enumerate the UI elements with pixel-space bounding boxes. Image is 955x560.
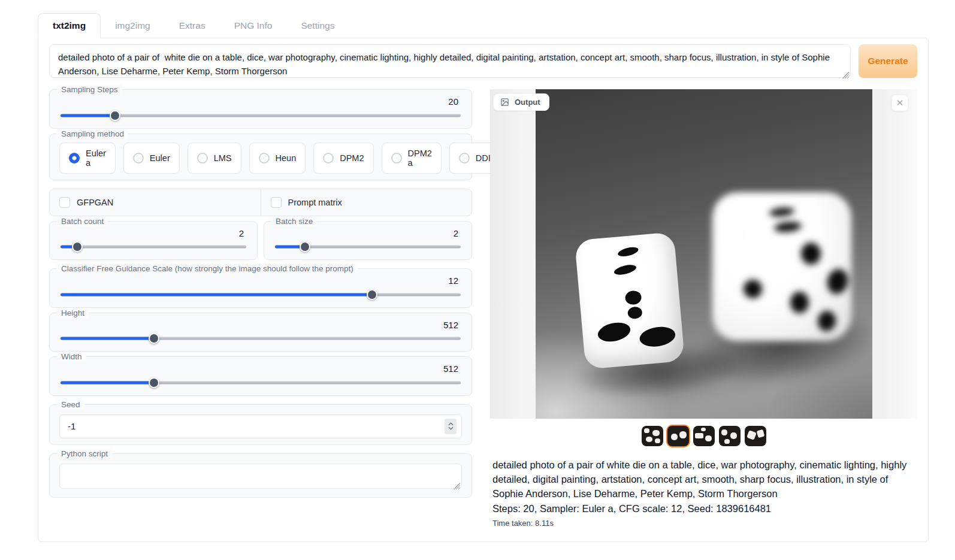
gfpgan-checkbox[interactable]: [59, 197, 70, 208]
tab-txt2img[interactable]: txt2img: [38, 13, 101, 38]
sampling-steps-value: 20: [59, 97, 462, 107]
batch-count-group: Batch count 2: [49, 221, 258, 261]
close-button[interactable]: ✕: [892, 95, 908, 111]
tab-bar: txt2img img2img Extras PNG Info Settings: [38, 12, 929, 38]
thumbnail-4[interactable]: [719, 426, 741, 446]
output-column: Output ✕: [490, 89, 917, 528]
thumbnail-5[interactable]: [745, 426, 766, 446]
caption-time-taken: Time taken: 8.11s: [492, 519, 911, 528]
gfpgan-label: GFPGAN: [77, 198, 113, 207]
image-icon: [500, 98, 509, 107]
generation-info: detailed photo of a pair of white die on…: [490, 458, 911, 528]
output-header: Output: [493, 93, 549, 111]
chevron-down-icon: [448, 426, 454, 430]
app-container: txt2img img2img Extras PNG Info Settings…: [38, 12, 929, 542]
cfg-scale-value: 12: [59, 276, 462, 286]
output-image-stage: Output ✕: [490, 89, 917, 419]
radio-selected-icon: [69, 153, 80, 164]
batch-count-slider[interactable]: [61, 241, 246, 252]
generate-button[interactable]: Generate: [859, 44, 917, 78]
cfg-scale-group: Classifier Free Guidance Scale (how stro…: [49, 268, 472, 308]
slider-track: [61, 246, 246, 249]
slider-track: [61, 293, 461, 296]
thumbnail-1[interactable]: [642, 426, 663, 446]
seed-group: Seed: [49, 404, 472, 445]
prompt-input[interactable]: detailed photo of a pair of white die on…: [49, 44, 851, 78]
gallery-thumbnails: [490, 424, 917, 448]
generated-image[interactable]: [536, 89, 872, 419]
slider-track: [61, 337, 461, 340]
height-group: Height 512: [49, 313, 472, 352]
radio-label: Euler a: [86, 149, 106, 168]
resize-handle-icon[interactable]: [842, 72, 849, 78]
number-stepper[interactable]: [445, 419, 457, 434]
output-label: Output: [515, 98, 540, 107]
radio-icon: [323, 153, 334, 164]
slider-thumb[interactable]: [72, 241, 83, 252]
cfg-scale-label: Classifier Free Guidance Scale (how stro…: [57, 264, 358, 274]
chevron-up-icon: [448, 422, 454, 426]
thumbnail-3[interactable]: [693, 426, 715, 446]
caption-params: Steps: 20, Sampler: Euler a, CFG scale: …: [492, 502, 911, 516]
prompt-matrix-option: Prompt matrix: [261, 189, 472, 216]
sampling-steps-group: Sampling Steps 20: [49, 89, 472, 129]
python-script-label: Python script: [57, 449, 112, 459]
height-label: Height: [57, 308, 89, 318]
width-slider[interactable]: [61, 377, 461, 388]
radio-label: LMS: [214, 153, 232, 163]
slider-thumb[interactable]: [110, 110, 120, 121]
prompt-row: detailed photo of a pair of white die on…: [49, 44, 917, 80]
height-slider[interactable]: [61, 333, 461, 344]
tab-img2img[interactable]: img2img: [101, 14, 165, 38]
slider-thumb[interactable]: [149, 377, 159, 388]
sampling-steps-slider[interactable]: [61, 110, 461, 121]
radio-icon: [459, 153, 470, 164]
sampling-method-label: Sampling method: [57, 129, 128, 139]
radio-icon: [391, 153, 402, 164]
die-right: [712, 192, 851, 341]
batch-count-label: Batch count: [57, 216, 108, 226]
sampler-option-lms[interactable]: LMS: [188, 143, 241, 174]
options-checkbox-row: GFPGAN Prompt matrix: [49, 189, 472, 216]
radio-icon: [259, 153, 270, 164]
sampler-option-heun[interactable]: Heun: [249, 143, 306, 174]
seed-label: Seed: [57, 399, 84, 410]
resize-handle-icon[interactable]: [454, 483, 460, 489]
radio-label: Heun: [276, 153, 297, 163]
radio-icon: [197, 153, 208, 164]
radio-label: DPM2: [340, 153, 364, 163]
radio-label: Euler: [150, 153, 170, 163]
python-script-group: Python script: [49, 453, 472, 498]
slider-thumb[interactable]: [367, 289, 377, 300]
sampling-steps-label: Sampling Steps: [57, 84, 122, 95]
tab-png-info[interactable]: PNG Info: [220, 14, 287, 38]
caption-prompt: detailed photo of a pair of white die on…: [492, 458, 911, 501]
sampler-option-dpm2-a[interactable]: DPM2 a: [382, 143, 442, 174]
seed-input[interactable]: [59, 414, 462, 438]
settings-column: Sampling Steps 20 Sampling method Euler …: [49, 89, 472, 528]
die-left: [574, 232, 684, 370]
slider-thumb[interactable]: [149, 333, 159, 344]
thumbnail-2-selected[interactable]: [667, 426, 689, 446]
sampler-option-dpm2[interactable]: DPM2: [313, 143, 373, 174]
python-script-input[interactable]: [59, 464, 462, 489]
height-value: 512: [59, 320, 462, 331]
batch-count-value: 2: [59, 229, 247, 239]
sampler-options: Euler a Euler LMS Heun DPM2 DPM2 a DDIM …: [59, 143, 462, 174]
slider-track: [61, 381, 461, 384]
prompt-matrix-label: Prompt matrix: [288, 198, 342, 207]
batch-size-value: 2: [274, 229, 462, 239]
sampling-method-group: Sampling method Euler a Euler LMS Heun D…: [49, 134, 472, 180]
prompt-matrix-checkbox[interactable]: [271, 197, 282, 208]
tab-extras[interactable]: Extras: [165, 14, 220, 38]
sampler-option-euler[interactable]: Euler: [123, 143, 180, 174]
batch-size-slider[interactable]: [275, 241, 461, 252]
radio-icon: [133, 153, 144, 164]
sampler-option-euler-a[interactable]: Euler a: [59, 143, 116, 174]
batch-size-group: Batch size 2: [264, 221, 472, 261]
tab-settings[interactable]: Settings: [286, 14, 349, 38]
cfg-scale-slider[interactable]: [61, 289, 461, 300]
width-value: 512: [59, 364, 462, 374]
batch-size-label: Batch size: [271, 216, 317, 226]
slider-thumb[interactable]: [300, 241, 310, 252]
